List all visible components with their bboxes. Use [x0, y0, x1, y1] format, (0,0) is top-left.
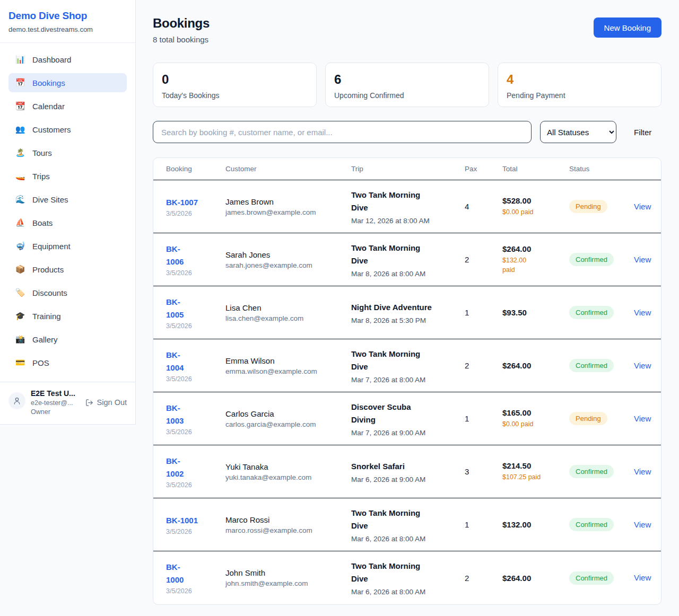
sidebar-item-label: Bookings	[32, 78, 65, 87]
sidebar-item-label: Training	[32, 312, 61, 321]
trip-cell: Two Tank Morning Dive Mar 6, 2026 at 8:0…	[351, 507, 465, 543]
boats-icon: ⛵	[15, 218, 25, 227]
view-link[interactable]: View	[634, 414, 651, 423]
col-header-total: Total	[502, 165, 569, 173]
total-amount: $264.00	[502, 574, 569, 583]
customers-icon: 👥	[15, 125, 25, 134]
sidebar-item-equipment[interactable]: 🤿 Equipment	[8, 236, 127, 256]
sidebar-item-gallery[interactable]: 📸 Gallery	[8, 330, 127, 349]
sign-out-icon	[85, 399, 93, 407]
trip-datetime: Mar 8, 2026 at 5:30 PM	[351, 316, 465, 324]
sign-out-button[interactable]: Sign Out	[85, 398, 127, 407]
trip-name: Two Tank Morning Dive	[351, 189, 465, 214]
sidebar-item-tours[interactable]: 🏝️ Tours	[8, 143, 127, 162]
col-header-booking: Booking	[166, 165, 225, 173]
paid-amount: $0.00 paid	[502, 207, 569, 217]
sidebar-item-label: Calendar	[32, 102, 65, 111]
view-link[interactable]: View	[634, 467, 651, 476]
trip-cell: Two Tank Morning Dive Mar 7, 2026 at 8:0…	[351, 348, 465, 384]
trip-name: Night Dive Adventure	[351, 301, 465, 314]
sidebar-item-training[interactable]: 🎓 Training	[8, 306, 127, 325]
status-cell: Confirmed	[569, 571, 634, 585]
booking-id-link[interactable]: BK- 1003	[166, 402, 225, 427]
view-link[interactable]: View	[634, 308, 651, 317]
sidebar-item-boats[interactable]: ⛵ Boats	[8, 213, 127, 232]
status-filter-select[interactable]: All Statuses	[540, 121, 616, 143]
sidebar-item-bookings[interactable]: 📅 Bookings	[8, 73, 127, 92]
stat-value: 6	[334, 72, 480, 87]
table-row: BK- 1000 3/5/2026 John Smith john.smith@…	[153, 551, 661, 604]
trip-cell: Snorkel Safari Mar 6, 2026 at 9:00 AM	[351, 460, 465, 483]
user-role: Owner	[31, 408, 80, 416]
stat-value: 0	[162, 72, 308, 87]
customer-name: James Brown	[225, 197, 351, 206]
customer-email: james.brown@example.com	[225, 208, 351, 216]
booking-id-link[interactable]: BK- 1002	[166, 455, 225, 480]
status-cell: Confirmed	[569, 306, 634, 319]
customer-cell: Yuki Tanaka yuki.tanaka@example.com	[225, 462, 351, 481]
trip-datetime: Mar 6, 2026 at 9:00 AM	[351, 476, 465, 483]
booking-id-link[interactable]: BK- 1004	[166, 349, 225, 374]
booking-date: 3/5/2026	[166, 428, 225, 436]
total-cell: $132.00	[502, 520, 569, 529]
sidebar-item-products[interactable]: 📦 Products	[8, 260, 127, 279]
sidebar-item-discounts[interactable]: 🏷️ Discounts	[8, 283, 127, 302]
sidebar-item-pos[interactable]: 💳 POS	[8, 353, 127, 372]
equipment-icon: 🤿	[15, 241, 25, 251]
sidebar-item-calendar[interactable]: 📆 Calendar	[8, 96, 127, 116]
view-link[interactable]: View	[634, 520, 651, 529]
table-row: BK- 1003 3/5/2026 Carlos Garcia carlos.g…	[153, 392, 661, 445]
total-amount: $93.50	[502, 308, 569, 317]
customer-cell: Sarah Jones sarah.jones@example.com	[225, 250, 351, 269]
total-amount: $214.50	[502, 461, 569, 470]
booking-id-link[interactable]: BK-1001	[166, 514, 225, 527]
status-cell: Confirmed	[569, 518, 634, 531]
status-cell: Pending	[569, 412, 634, 425]
table-row: BK- 1002 3/5/2026 Yuki Tanaka yuki.tanak…	[153, 445, 661, 498]
customer-email: carlos.garcia@example.com	[225, 420, 351, 428]
user-email: e2e-tester@...	[31, 399, 80, 407]
stat-card: 0 Today's Bookings	[153, 63, 317, 107]
trip-datetime: Mar 6, 2026 at 8:00 AM	[351, 588, 465, 596]
table-row: BK- 1006 3/5/2026 Sarah Jones sarah.jone…	[153, 233, 661, 286]
customer-name: Sarah Jones	[225, 250, 351, 259]
search-input[interactable]	[153, 121, 532, 143]
booking-id-link[interactable]: BK-1007	[166, 196, 225, 209]
booking-id-link[interactable]: BK- 1000	[166, 561, 225, 586]
dashboard-icon: 📊	[15, 55, 25, 64]
new-booking-button[interactable]: New Booking	[594, 17, 661, 38]
sidebar-item-dashboard[interactable]: 📊 Dashboard	[8, 50, 127, 69]
trip-cell: Discover Scuba Diving Mar 7, 2026 at 9:0…	[351, 401, 465, 437]
sidebar-item-label: Discounts	[32, 288, 67, 297]
bookings-table: Booking Customer Trip Pax Total Status B…	[153, 157, 661, 605]
sidebar-item-customers[interactable]: 👥 Customers	[8, 120, 127, 139]
sidebar-item-label: Customers	[32, 125, 71, 134]
paid-amount: $107.25 paid	[502, 472, 569, 482]
shop-name: Demo Dive Shop	[8, 10, 127, 22]
trip-datetime: Mar 6, 2026 at 8:00 AM	[351, 535, 465, 543]
view-link[interactable]: View	[634, 202, 651, 211]
sidebar-item-dive-sites[interactable]: 🌊 Dive Sites	[8, 190, 127, 209]
booking-id-link[interactable]: BK- 1005	[166, 296, 225, 321]
view-link[interactable]: View	[634, 361, 651, 370]
user-name: E2E Test U...	[31, 389, 80, 398]
view-link[interactable]: View	[634, 573, 651, 582]
user-info: E2E Test U... e2e-tester@... Owner	[31, 389, 80, 416]
sidebar-item-trips[interactable]: 🚤 Trips	[8, 166, 127, 186]
total-cell: $528.00 $0.00 paid	[502, 196, 569, 217]
col-header-customer: Customer	[225, 165, 351, 173]
shop-domain: demo.test.divestreams.com	[8, 25, 127, 33]
customer-name: John Smith	[225, 568, 351, 577]
trip-name: Two Tank Morning Dive	[351, 507, 465, 532]
trip-name: Two Tank Morning Dive	[351, 242, 465, 267]
col-header-trip: Trip	[351, 165, 465, 173]
total-amount: $528.00	[502, 196, 569, 205]
view-link[interactable]: View	[634, 255, 651, 264]
stat-card: 4 Pending Payment	[498, 63, 661, 107]
pax-count: 2	[465, 574, 502, 583]
main-content: Bookings 8 total bookings New Booking 0 …	[136, 0, 679, 605]
sidebar-item-label: Trips	[32, 172, 50, 181]
booking-cell: BK- 1003 3/5/2026	[166, 402, 225, 436]
filter-button[interactable]: Filter	[634, 128, 651, 137]
booking-id-link[interactable]: BK- 1006	[166, 243, 225, 268]
